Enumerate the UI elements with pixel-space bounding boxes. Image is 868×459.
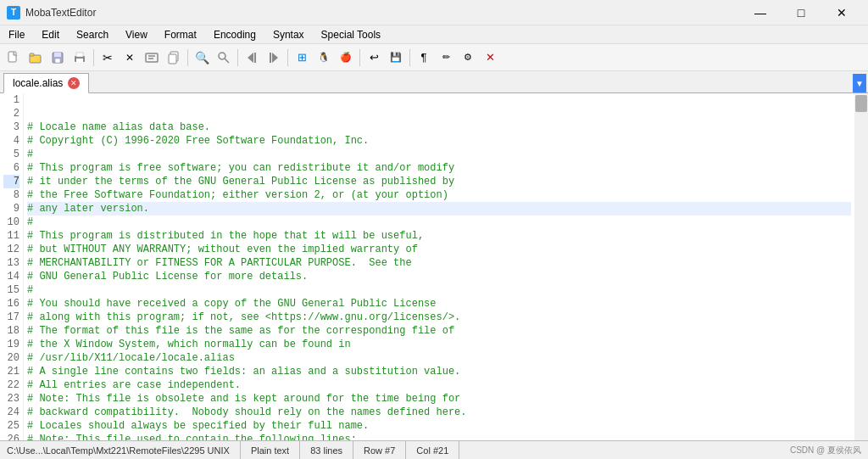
watermark: CSDN @ 夏侯依风 [790, 445, 861, 456]
menu-item-edit[interactable]: Edit [33, 25, 68, 43]
window-controls: — □ ✕ [741, 0, 861, 25]
toolbar-separator-2 [187, 49, 188, 66]
line-number-7: 7 [3, 175, 19, 188]
status-path: C:\Use...\Local\Temp\Mxt221\RemoteFiles\… [7, 441, 241, 459]
code-area[interactable]: # Locale name alias data base.# Copyrigh… [24, 93, 854, 440]
status-file-type: Plain text [241, 441, 300, 459]
toolbar-save2[interactable]: 💾 [386, 48, 406, 68]
toolbar-nav1[interactable] [242, 48, 262, 68]
line-number-20: 20 [3, 351, 19, 365]
code-line-6: # the Free Software Foundation; either v… [27, 188, 851, 202]
code-line-12: # GNU General Public License for more de… [27, 270, 851, 283]
tab-scroll-right[interactable]: ▼ [853, 74, 866, 92]
line-number-22: 22 [3, 378, 19, 392]
code-line-10: # but WITHOUT ANY WARRANTY; without even… [27, 243, 851, 256]
code-line-8: # [27, 216, 851, 229]
code-line-3: # [27, 148, 851, 161]
code-line-14: # You should have received a copy of the… [27, 297, 851, 311]
vertical-scrollbar[interactable] [854, 93, 868, 440]
menu-item-format[interactable]: Format [156, 25, 205, 43]
toolbar-print[interactable] [70, 48, 90, 68]
line-number-21: 21 [3, 365, 19, 378]
toolbar-format-mark[interactable]: ¶ [414, 48, 434, 68]
menu-item-encoding[interactable]: Encoding [205, 25, 264, 43]
maximize-button[interactable]: □ [782, 0, 821, 25]
toolbar-linux[interactable]: 🐧 [314, 48, 334, 68]
title-bar: T MobaTextEditor — □ ✕ [0, 0, 868, 25]
toolbar-save[interactable] [47, 48, 68, 68]
code-line-1: # Locale name alias data base. [27, 120, 851, 134]
svg-rect-7 [76, 59, 83, 63]
code-line-4: # This program is free software; you can… [27, 161, 851, 175]
code-line-13: # [27, 283, 851, 297]
tab-locale-alias[interactable]: locale.alias ✕ [3, 73, 89, 93]
toolbar-separator-4 [287, 49, 288, 66]
line-number-2: 2 [3, 107, 19, 120]
toolbar-new[interactable] [3, 48, 24, 68]
code-line-9: # This program is distributed in the hop… [27, 229, 851, 243]
code-line-17: # The format of this file is the same as… [27, 324, 851, 338]
tab-bar: locale.alias ✕ ▼ [0, 71, 868, 93]
svg-rect-9 [146, 53, 158, 62]
toolbar: ✂ ✕ 🔍 ⊞ 🐧 🍎 ↩ 💾 ¶ ✏ ⚙ ✕ [0, 44, 868, 71]
close-button[interactable]: ✕ [822, 0, 861, 25]
status-bar: C:\Use...\Local\Temp\Mxt221\RemoteFiles\… [0, 440, 868, 459]
menu-item-special tools[interactable]: Special Tools [313, 25, 390, 43]
status-col: Col #21 [406, 441, 459, 459]
toolbar-mac[interactable]: 🍎 [336, 48, 356, 68]
code-line-24: # backward compatibility. Nobody should … [27, 406, 851, 419]
tab-label: locale.alias [13, 77, 63, 89]
toolbar-edit2[interactable]: ✏ [436, 48, 456, 68]
svg-rect-8 [76, 53, 83, 57]
line-number-23: 23 [3, 392, 19, 406]
toolbar-separator-5 [359, 49, 360, 66]
line-number-17: 17 [3, 311, 19, 324]
toolbar-separator-1 [93, 49, 94, 66]
line-number-14: 14 [3, 270, 19, 283]
minimize-button[interactable]: — [741, 0, 780, 25]
code-line-2: # Copyright (C) 1996-2020 Free Software … [27, 134, 851, 148]
line-number-10: 10 [3, 216, 19, 229]
code-line-19: # /usr/lib/X11/locale/locale.alias [27, 351, 851, 365]
code-line-20: # A single line contains two fields: an … [27, 365, 851, 378]
toolbar-close2[interactable]: ✕ [480, 48, 500, 68]
svg-marker-16 [248, 53, 253, 63]
code-line-7: # any later version. [27, 202, 851, 216]
svg-rect-19 [270, 53, 271, 63]
line-number-24: 24 [3, 406, 19, 419]
toolbar-find[interactable]: 🔍 [192, 48, 212, 68]
toolbar-undo[interactable]: ✕ [120, 48, 140, 68]
toolbar-replace[interactable] [214, 48, 234, 68]
menu-item-file[interactable]: File [0, 25, 33, 43]
toolbar-cut[interactable]: ✂ [97, 48, 118, 68]
code-line-18: # the X Window System, which normally ca… [27, 338, 851, 351]
tab-close-button[interactable]: ✕ [68, 77, 80, 89]
svg-rect-5 [55, 59, 60, 63]
line-number-4: 4 [3, 134, 19, 148]
toolbar-windows[interactable]: ⊞ [292, 48, 312, 68]
toolbar-nav2[interactable] [264, 48, 284, 68]
toolbar-separator-6 [409, 49, 410, 66]
line-numbers: 1234567891011121314151617181920212223242… [0, 93, 24, 440]
menu-item-syntax[interactable]: Syntax [264, 25, 313, 43]
svg-rect-4 [54, 53, 61, 57]
menu-item-view[interactable]: View [117, 25, 156, 43]
svg-point-14 [219, 53, 225, 59]
code-line-21: # All entries are case independent. [27, 378, 851, 392]
code-line-23: # Note: This file is obsolete and is kep… [27, 392, 851, 406]
toolbar-revert[interactable]: ↩ [364, 48, 384, 68]
toolbar-settings[interactable]: ⚙ [458, 48, 478, 68]
menu-item-search[interactable]: Search [68, 25, 117, 43]
code-line-27: # Note: This file used to contain the fo… [27, 433, 851, 440]
line-number-1: 1 [3, 93, 19, 107]
scrollbar-thumb[interactable] [855, 95, 867, 112]
toolbar-redo[interactable] [142, 48, 162, 68]
line-number-26: 26 [3, 433, 19, 440]
code-line-25: # Locales should always be specified by … [27, 419, 851, 433]
line-number-11: 11 [3, 229, 19, 243]
toolbar-copy[interactable] [164, 48, 184, 68]
toolbar-open[interactable] [25, 48, 46, 68]
svg-marker-18 [272, 53, 278, 63]
app-icon: T [7, 6, 20, 20]
line-number-13: 13 [3, 256, 19, 270]
